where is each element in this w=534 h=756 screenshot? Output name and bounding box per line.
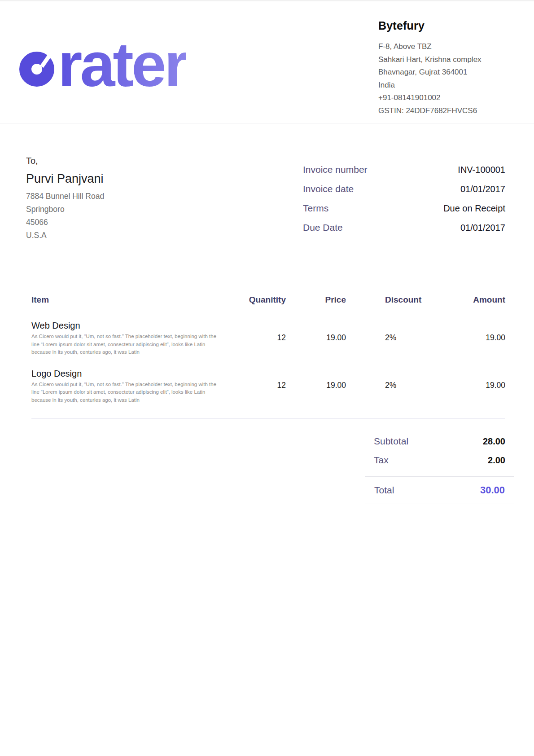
table-header-row: Item Quanitity Price Discount Amount: [31, 295, 505, 305]
total-label: Total: [374, 485, 394, 496]
items-table: Item Quanitity Price Discount Amount Web…: [31, 295, 505, 419]
due-date-label: Due Date: [303, 222, 343, 233]
invoice-date-label: Invoice date: [303, 184, 354, 194]
invoice-header: rater Bytefury F-8, Above TBZ Sahkari Ha…: [0, 1, 534, 123]
tax-label: Tax: [374, 455, 389, 466]
company-address-line: F-8, Above TBZ: [378, 40, 522, 53]
terms-value: Due on Receipt: [443, 203, 505, 214]
invoice-number-label: Invoice number: [303, 164, 368, 175]
column-header-discount: Discount: [346, 295, 433, 305]
company-info: Bytefury F-8, Above TBZ Sahkari Hart, Kr…: [378, 19, 522, 117]
invoice-date-value: 01/01/2017: [460, 184, 505, 194]
meta-row: Terms Due on Receipt: [303, 202, 505, 215]
item-name: Web Design: [31, 319, 233, 332]
column-header-quantity: Quanitity: [233, 295, 286, 305]
totals-section: Subtotal 28.00 Tax 2.00 Total 30.00: [365, 435, 514, 504]
invoice-meta: Invoice number INV-100001 Invoice date 0…: [303, 163, 505, 241]
item-amount: 19.00: [433, 381, 505, 390]
company-address-line: Sahkari Hart, Krishna complex: [378, 53, 522, 66]
company-address-line: India: [378, 79, 522, 92]
invoice-number-value: INV-100001: [458, 165, 505, 175]
item-quantity: 12: [233, 381, 286, 390]
due-date-value: 01/01/2017: [460, 223, 505, 233]
table-row: Logo Design As Cicero would put it, “Um,…: [31, 367, 505, 404]
logo-wordmark: rater: [58, 33, 186, 96]
item-description: As Cicero would put it, “Um, not so fast…: [31, 333, 221, 356]
item-discount: 2%: [346, 333, 433, 343]
table-row: Web Design As Cicero would put it, “Um, …: [31, 319, 505, 356]
item-cell: Web Design As Cicero would put it, “Um, …: [31, 319, 233, 356]
meta-row: Invoice number INV-100001: [303, 163, 505, 176]
item-quantity: 12: [233, 333, 286, 343]
subtotal-label: Subtotal: [374, 436, 408, 447]
company-name: Bytefury: [378, 19, 522, 32]
item-cell: Logo Design As Cicero would put it, “Um,…: [31, 367, 233, 404]
table-body: Web Design As Cicero would put it, “Um, …: [31, 319, 505, 419]
subtotal-value: 28.00: [483, 436, 505, 447]
grand-total-box: Total 30.00: [365, 476, 514, 504]
company-address-line: Bhavnagar, Gujrat 364001: [378, 66, 522, 79]
meta-row: Due Date 01/01/2017: [303, 221, 505, 234]
tax-row: Tax 2.00: [365, 454, 514, 466]
item-price: 19.00: [286, 381, 346, 390]
column-header-price: Price: [286, 295, 346, 305]
column-header-amount: Amount: [433, 295, 505, 305]
item-name: Logo Design: [31, 367, 233, 380]
subtotal-row: Subtotal 28.00: [365, 435, 514, 448]
item-discount: 2%: [346, 381, 433, 390]
billing-section: To, Purvi Panjvani 7884 Bunnel Hill Road…: [0, 123, 534, 242]
terms-label: Terms: [303, 203, 328, 214]
item-amount: 19.00: [433, 333, 505, 343]
company-phone: +91-08141901002: [378, 92, 522, 105]
item-description: As Cicero would put it, “Um, not so fast…: [31, 381, 221, 404]
meta-row: Invoice date 01/01/2017: [303, 183, 505, 195]
company-gstin: GSTIN: 24DDF7682FHVCS6: [378, 105, 522, 118]
crater-logo: rater: [19, 1, 230, 105]
column-header-item: Item: [31, 295, 233, 305]
item-price: 19.00: [286, 333, 346, 343]
tax-value: 2.00: [488, 455, 505, 466]
invoice-page: rater Bytefury F-8, Above TBZ Sahkari Ha…: [0, 0, 534, 756]
total-value: 30.00: [480, 484, 505, 496]
